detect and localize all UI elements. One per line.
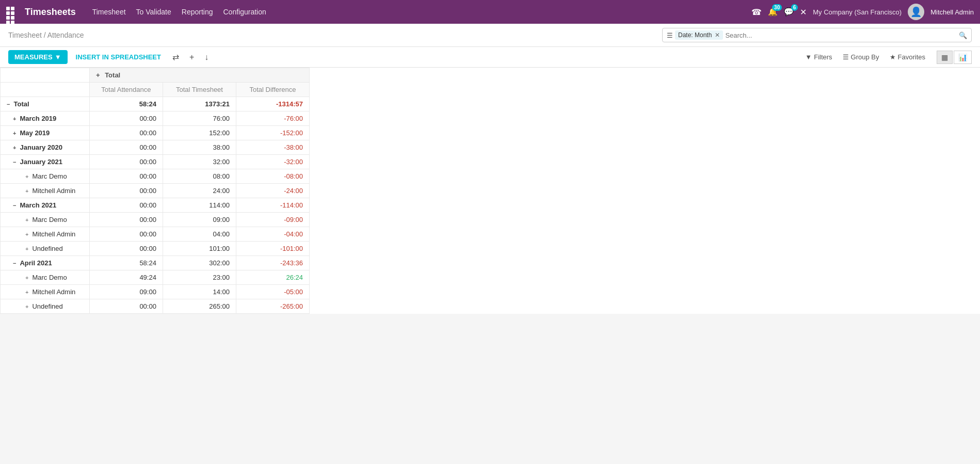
groupby-button[interactable]: ☰ Group By bbox=[840, 51, 882, 63]
filter-tag[interactable]: Date: Month ✕ bbox=[675, 30, 723, 40]
table-row: − Total58:241373:21-1314:57 bbox=[1, 97, 310, 111]
cell-timesheet: 04:00 bbox=[163, 227, 236, 242]
row-expand-icon[interactable]: − bbox=[13, 159, 18, 165]
message-badge: 6 bbox=[791, 4, 798, 11]
cell-attendance: 00:00 bbox=[89, 242, 163, 256]
table-row: − April 202158:24302:00-243:36 bbox=[1, 256, 310, 270]
cell-attendance: 00:00 bbox=[89, 184, 163, 198]
row-expand-icon[interactable]: + bbox=[25, 289, 30, 295]
row-label-text: January 2021 bbox=[20, 158, 62, 166]
row-expand-icon[interactable]: − bbox=[7, 101, 11, 107]
cell-difference: -05:00 bbox=[236, 285, 309, 299]
cell-difference: 26:24 bbox=[236, 270, 309, 285]
col-row-label-header bbox=[1, 83, 90, 97]
row-expand-icon[interactable]: + bbox=[25, 173, 30, 180]
grid-menu-icon[interactable] bbox=[6, 7, 17, 17]
group-expand-icon[interactable]: + bbox=[96, 71, 100, 79]
row-expand-icon[interactable]: − bbox=[13, 202, 18, 209]
cell-attendance: 00:00 bbox=[89, 299, 163, 314]
cell-attendance: 00:00 bbox=[89, 213, 163, 227]
activity-icon[interactable]: 🔔 30 bbox=[768, 7, 778, 17]
row-expand-icon[interactable]: + bbox=[13, 116, 18, 122]
row-expand-icon[interactable]: + bbox=[25, 217, 30, 223]
cell-timesheet: 32:00 bbox=[163, 155, 236, 169]
nav-reporting[interactable]: Reporting bbox=[182, 8, 213, 16]
table-row: + Marc Demo00:0008:00-08:00 bbox=[1, 169, 310, 184]
cell-difference: -265:00 bbox=[236, 299, 309, 314]
cell-timesheet: 24:00 bbox=[163, 184, 236, 198]
row-expand-icon[interactable]: + bbox=[25, 231, 30, 237]
cell-timesheet: 114:00 bbox=[163, 198, 236, 213]
row-label-text: Total bbox=[13, 100, 29, 108]
nav-configuration[interactable]: Configuration bbox=[223, 8, 266, 16]
nav-to-validate[interactable]: To Validate bbox=[136, 8, 171, 16]
table-row: + Marc Demo49:2423:0026:24 bbox=[1, 270, 310, 285]
close-icon[interactable]: ✕ bbox=[800, 7, 807, 17]
cell-timesheet: 14:00 bbox=[163, 285, 236, 299]
breadcrumb: Timesheet / Attendance bbox=[8, 31, 84, 39]
filters-button[interactable]: ▼ Filters bbox=[802, 51, 835, 63]
pivot-table: + Total Total Attendance Total Timesheet… bbox=[0, 68, 310, 314]
table-row: − January 202100:0032:00-32:00 bbox=[1, 155, 310, 169]
col-header-difference: Total Difference bbox=[236, 83, 309, 97]
favorites-button[interactable]: ★ Favorites bbox=[887, 51, 928, 63]
top-nav: Timesheet To Validate Reporting Configur… bbox=[92, 8, 744, 16]
table-row: + Marc Demo00:0009:00-09:00 bbox=[1, 213, 310, 227]
cell-attendance: 00:00 bbox=[89, 227, 163, 242]
row-label-text: Undefined bbox=[32, 245, 62, 252]
cell-attendance: 49:24 bbox=[89, 270, 163, 285]
cell-attendance: 00:00 bbox=[89, 126, 163, 140]
table-row: + Undefined00:00265:00-265:00 bbox=[1, 299, 310, 314]
row-expand-icon[interactable]: + bbox=[25, 303, 30, 310]
cell-difference: -152:00 bbox=[236, 126, 309, 140]
row-label-text: Marc Demo bbox=[32, 172, 67, 180]
row-expand-icon[interactable]: + bbox=[25, 188, 30, 194]
row-header-empty bbox=[1, 68, 90, 83]
filter-tag-label: Date: Month bbox=[678, 31, 712, 39]
nav-timesheet[interactable]: Timesheet bbox=[92, 8, 126, 16]
row-label-text: Mitchell Admin bbox=[32, 288, 75, 296]
row-expand-icon[interactable]: + bbox=[25, 275, 30, 281]
message-icon[interactable]: 💬 6 bbox=[784, 7, 794, 17]
phone-icon[interactable]: ☎ bbox=[751, 7, 762, 17]
view-chart-button[interactable]: 📊 bbox=[954, 51, 972, 64]
cell-difference: -32:00 bbox=[236, 155, 309, 169]
cell-timesheet: 08:00 bbox=[163, 169, 236, 184]
cell-timesheet: 38:00 bbox=[163, 140, 236, 155]
subheader: Timesheet / Attendance ☰ Date: Month ✕ 🔍 bbox=[0, 24, 980, 47]
user-avatar[interactable]: 👤 bbox=[908, 4, 924, 20]
groupby-icon: ☰ bbox=[843, 53, 849, 61]
measures-label: MEASURES bbox=[14, 53, 53, 61]
view-toggle: ▦ 📊 bbox=[937, 51, 972, 64]
cell-attendance: 00:00 bbox=[89, 111, 163, 126]
row-expand-icon[interactable]: + bbox=[25, 246, 30, 252]
measures-button[interactable]: MEASURES ▼ bbox=[8, 50, 68, 64]
rotate-icon-button[interactable]: ⇄ bbox=[169, 50, 182, 64]
table-row: + January 202000:0038:00-38:00 bbox=[1, 140, 310, 155]
download-icon-button[interactable]: ↓ bbox=[201, 51, 212, 64]
view-pivot-button[interactable]: ▦ bbox=[937, 51, 953, 64]
row-label-text: Marc Demo bbox=[32, 216, 67, 223]
cell-difference: -114:00 bbox=[236, 198, 309, 213]
activity-badge: 30 bbox=[772, 4, 782, 11]
row-expand-icon[interactable]: + bbox=[13, 130, 18, 136]
table-row: + Mitchell Admin00:0004:00-04:00 bbox=[1, 227, 310, 242]
insert-spreadsheet-button[interactable]: INSERT IN SPREADSHEET bbox=[72, 50, 165, 64]
row-expand-icon[interactable]: − bbox=[13, 260, 18, 266]
row-label-text: Marc Demo bbox=[32, 274, 67, 281]
row-label-text: March 2019 bbox=[20, 115, 56, 122]
row-label-text: Mitchell Admin bbox=[32, 187, 75, 195]
search-input[interactable] bbox=[725, 31, 959, 39]
topbar: Timesheets Timesheet To Validate Reporti… bbox=[0, 0, 980, 24]
cell-difference: -24:00 bbox=[236, 184, 309, 198]
cell-attendance: 58:24 bbox=[89, 256, 163, 270]
toolbar-row: MEASURES ▼ INSERT IN SPREADSHEET ⇄ + ↓ ▼… bbox=[0, 47, 980, 68]
search-icon[interactable]: 🔍 bbox=[959, 31, 967, 39]
filters-label: Filters bbox=[814, 53, 832, 61]
add-icon-button[interactable]: + bbox=[186, 51, 197, 64]
cell-difference: -76:00 bbox=[236, 111, 309, 126]
row-expand-icon[interactable]: + bbox=[13, 145, 18, 151]
filter-tag-close[interactable]: ✕ bbox=[715, 31, 720, 39]
favorites-label: Favorites bbox=[898, 53, 925, 61]
cell-difference: -1314:57 bbox=[236, 97, 309, 111]
